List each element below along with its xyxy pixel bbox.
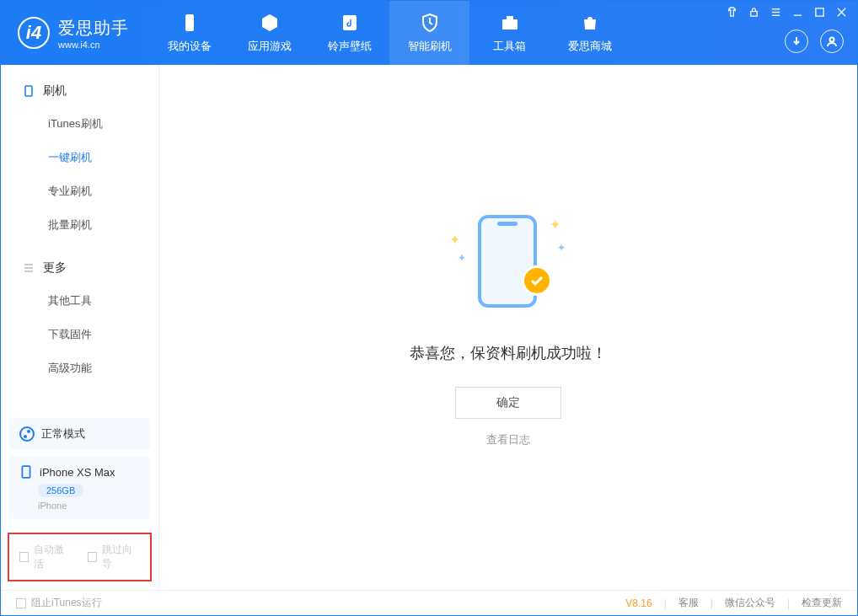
sidebar-item-pro-flash[interactable]: 专业刷机 bbox=[1, 174, 158, 208]
lock-icon[interactable] bbox=[748, 6, 759, 18]
svg-rect-5 bbox=[815, 8, 823, 15]
device-small-icon bbox=[19, 465, 33, 479]
check-badge-icon bbox=[522, 265, 552, 296]
logo-text: 爱思助手 www.i4.cn bbox=[58, 17, 129, 50]
success-message: 恭喜您，保资料刷机成功啦！ bbox=[410, 343, 607, 363]
menu-icon[interactable] bbox=[770, 6, 781, 18]
phone-small-icon bbox=[23, 85, 35, 97]
checkbox-label: 自动激活 bbox=[34, 543, 72, 571]
separator: | bbox=[711, 597, 713, 609]
device-card[interactable]: iPhone XS Max 256GB iPhone bbox=[9, 457, 150, 519]
body: 刷机 iTunes刷机 一键刷机 专业刷机 批量刷机 更多 其他工具 下载固件 … bbox=[1, 65, 857, 590]
section-title: 更多 bbox=[43, 260, 67, 276]
svg-rect-1 bbox=[343, 15, 357, 30]
maximize-icon[interactable] bbox=[813, 6, 825, 18]
sidebar-section-flash: 刷机 bbox=[1, 65, 158, 107]
close-icon[interactable] bbox=[835, 6, 847, 18]
device-icon bbox=[179, 12, 201, 34]
svg-rect-3 bbox=[507, 16, 513, 19]
ok-button[interactable]: 确定 bbox=[455, 387, 561, 419]
version-label: V8.16 bbox=[625, 597, 652, 609]
download-button[interactable] bbox=[785, 29, 808, 53]
spark-icon: ✦ bbox=[550, 217, 560, 233]
footer-link-wechat[interactable]: 微信公众号 bbox=[725, 596, 775, 610]
checkbox-label: 阻止iTunes运行 bbox=[31, 596, 102, 610]
header-right bbox=[716, 1, 857, 65]
nav-store[interactable]: 爱思商城 bbox=[550, 1, 630, 65]
nav-label: 我的设备 bbox=[168, 39, 212, 54]
nav-label: 铃声壁纸 bbox=[328, 39, 372, 54]
storage-badge: 256GB bbox=[38, 484, 83, 497]
sidebar-item-other-tools[interactable]: 其他工具 bbox=[1, 284, 158, 318]
sidebar-item-oneclick-flash[interactable]: 一键刷机 bbox=[1, 141, 158, 174]
auto-activate-checkbox[interactable]: 自动激活 bbox=[19, 543, 72, 571]
footer-link-update[interactable]: 检查更新 bbox=[802, 596, 842, 610]
spark-icon: ✦ bbox=[458, 252, 466, 264]
checkbox-icon bbox=[88, 552, 97, 562]
nav-my-device[interactable]: 我的设备 bbox=[149, 1, 229, 65]
device-type: iPhone bbox=[38, 501, 140, 511]
sidebar: 刷机 iTunes刷机 一键刷机 专业刷机 批量刷机 更多 其他工具 下载固件 … bbox=[1, 65, 159, 590]
logo-area: i4 爱思助手 www.i4.cn bbox=[1, 1, 149, 65]
footer: 阻止iTunes运行 V8.16 | 客服 | 微信公众号 | 检查更新 bbox=[1, 590, 857, 615]
mode-icon bbox=[19, 426, 35, 442]
app-subtitle: www.i4.cn bbox=[58, 40, 129, 50]
nav-label: 工具箱 bbox=[493, 39, 526, 54]
checkbox-label: 跳过向导 bbox=[102, 543, 140, 571]
separator: | bbox=[664, 597, 667, 609]
window-controls bbox=[726, 6, 847, 18]
svg-rect-2 bbox=[502, 19, 517, 29]
nav-label: 爱思商城 bbox=[568, 39, 612, 54]
logo-icon: i4 bbox=[18, 17, 50, 49]
app-header: i4 爱思助手 www.i4.cn 我的设备 应用游戏 铃声壁纸 智能刷机 工具… bbox=[1, 1, 857, 65]
nav-label: 智能刷机 bbox=[408, 39, 452, 54]
sidebar-item-batch-flash[interactable]: 批量刷机 bbox=[1, 208, 158, 242]
nav-toolbox[interactable]: 工具箱 bbox=[469, 1, 550, 65]
main-nav: 我的设备 应用游戏 铃声壁纸 智能刷机 工具箱 爱思商城 bbox=[149, 1, 630, 65]
music-icon bbox=[339, 12, 361, 34]
skip-wizard-checkbox[interactable]: 跳过向导 bbox=[88, 543, 141, 571]
svg-rect-0 bbox=[185, 14, 194, 31]
nav-ringtones[interactable]: 铃声壁纸 bbox=[309, 1, 389, 65]
sidebar-cards: 正常模式 iPhone XS Max 256GB iPhone bbox=[1, 410, 158, 528]
svg-rect-8 bbox=[22, 466, 29, 478]
device-row: iPhone XS Max bbox=[19, 465, 140, 479]
nav-label: 应用游戏 bbox=[248, 39, 292, 54]
cube-icon bbox=[259, 12, 281, 34]
separator: | bbox=[787, 597, 790, 609]
list-small-icon bbox=[23, 262, 35, 274]
app-title: 爱思助手 bbox=[58, 17, 129, 40]
nav-apps-games[interactable]: 应用游戏 bbox=[229, 1, 309, 65]
footer-link-support[interactable]: 客服 bbox=[678, 596, 699, 610]
svg-point-6 bbox=[830, 38, 834, 42]
header-actions bbox=[785, 29, 844, 53]
nav-smart-flash[interactable]: 智能刷机 bbox=[389, 1, 469, 65]
spark-icon: ✦ bbox=[557, 242, 566, 254]
svg-rect-4 bbox=[750, 11, 756, 16]
mode-label: 正常模式 bbox=[41, 426, 85, 442]
shirt-icon[interactable] bbox=[726, 6, 737, 18]
main-content: ✦ ✦ ✦ ✦ 恭喜您，保资料刷机成功啦！ 确定 查看日志 bbox=[159, 65, 857, 590]
sidebar-item-advanced[interactable]: 高级功能 bbox=[1, 351, 158, 385]
checkbox-icon bbox=[16, 598, 26, 608]
footer-right: V8.16 | 客服 | 微信公众号 | 检查更新 bbox=[625, 596, 842, 610]
mode-card[interactable]: 正常模式 bbox=[9, 418, 150, 450]
toolbox-icon bbox=[499, 12, 521, 34]
svg-rect-7 bbox=[25, 86, 32, 96]
checkbox-icon bbox=[19, 552, 29, 562]
device-name: iPhone XS Max bbox=[40, 466, 115, 479]
sidebar-item-itunes-flash[interactable]: iTunes刷机 bbox=[1, 107, 158, 141]
shield-icon bbox=[419, 12, 441, 34]
success-illustration: ✦ ✦ ✦ ✦ bbox=[449, 208, 567, 318]
minimize-icon[interactable] bbox=[791, 6, 803, 18]
block-itunes-checkbox[interactable]: 阻止iTunes运行 bbox=[16, 596, 102, 610]
section-title: 刷机 bbox=[43, 83, 67, 99]
sidebar-item-download-firmware[interactable]: 下载固件 bbox=[1, 318, 158, 351]
bag-icon bbox=[579, 12, 601, 34]
user-button[interactable] bbox=[820, 29, 844, 53]
sidebar-section-more: 更多 bbox=[1, 242, 158, 284]
highlighted-options-box: 自动激活 跳过向导 bbox=[8, 533, 152, 581]
view-log-link[interactable]: 查看日志 bbox=[486, 432, 530, 447]
spark-icon: ✦ bbox=[449, 232, 460, 248]
